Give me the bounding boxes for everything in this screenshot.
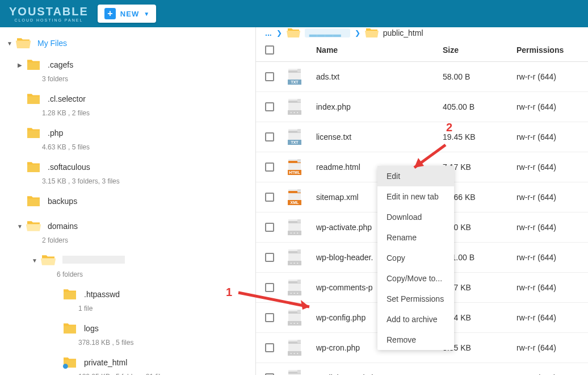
tree-item[interactable]: ▼6 folders bbox=[0, 248, 255, 282]
tree-item-label: .softaculous bbox=[48, 163, 90, 172]
tree-item[interactable]: backups bbox=[0, 189, 255, 214]
tree-item-label bbox=[62, 256, 125, 265]
tree-toggle-icon[interactable]: ▼ bbox=[17, 223, 23, 230]
breadcrumb-item-blurred[interactable]: ▬▬▬▬ bbox=[305, 28, 350, 38]
folder-icon bbox=[61, 322, 78, 335]
tree-item[interactable]: .php4.63 KB , 5 files bbox=[0, 120, 255, 155]
context-menu-item[interactable]: Download bbox=[377, 207, 454, 227]
tree-toggle-icon[interactable]: ▼ bbox=[32, 257, 37, 264]
context-menu: EditEdit in new tabDownloadRenameCopyCop… bbox=[377, 166, 454, 350]
select-all-checkbox[interactable] bbox=[265, 45, 274, 55]
annotation-arrow-2 bbox=[406, 142, 451, 173]
tree-item[interactable]: private_html180.05 KB , 5 folders, 21 fi… bbox=[0, 350, 255, 375]
tree-item-label: private_html bbox=[84, 358, 127, 367]
file-permissions: rw-r-r (644) bbox=[516, 102, 579, 111]
folder-icon bbox=[25, 219, 42, 233]
tree-item[interactable]: logs378.18 KB , 5 files bbox=[0, 316, 255, 350]
file-permissions: rw-r-r (644) bbox=[516, 132, 579, 141]
tree-item[interactable]: .cl.selector1.28 KB , 2 files bbox=[0, 86, 255, 120]
context-menu-item[interactable]: Remove bbox=[377, 330, 454, 350]
column-header-name[interactable]: Name bbox=[316, 45, 443, 55]
folder-icon bbox=[61, 356, 78, 369]
context-menu-item[interactable]: Add to archive bbox=[377, 309, 454, 330]
table-header: Name Size Permissions bbox=[256, 39, 588, 62]
file-icon: HTML bbox=[288, 159, 301, 175]
file-permissions: rw-r-r (644) bbox=[516, 223, 579, 232]
file-row[interactable]: • • •wp-links-opml.php2.44 KBrw-r-r (644… bbox=[256, 363, 588, 375]
tree-toggle-icon[interactable]: ▶ bbox=[17, 62, 23, 68]
chevron-right-icon: ❯ bbox=[355, 29, 360, 37]
folder-icon bbox=[40, 253, 57, 267]
tree-toggle-icon[interactable]: ▼ bbox=[7, 40, 12, 47]
tree-item[interactable]: .softaculous3.15 KB , 3 folders, 3 files bbox=[0, 155, 255, 189]
file-permissions: rw-r-r (644) bbox=[516, 72, 579, 81]
folder-icon bbox=[25, 126, 42, 140]
svg-point-0 bbox=[63, 364, 68, 369]
sidebar: ▼ My Files ▶.cagefs3 folders.cl.selector… bbox=[0, 27, 255, 375]
breadcrumb-root[interactable]: ... bbox=[265, 28, 272, 38]
tree-item-sub: 2 folders bbox=[17, 236, 255, 244]
row-checkbox[interactable] bbox=[265, 253, 274, 262]
row-checkbox[interactable] bbox=[265, 343, 274, 352]
file-icon: • • • bbox=[288, 99, 301, 115]
tree-item-label: backups bbox=[48, 197, 77, 206]
tree-item-label: logs bbox=[84, 324, 99, 333]
logo-text: YOUSTABLE bbox=[9, 5, 89, 18]
annotation-number-2: 2 bbox=[446, 121, 452, 134]
tree-item-sub: 1 file bbox=[53, 305, 255, 312]
chevron-down-icon: ▼ bbox=[144, 11, 149, 17]
tree-item-label: .cagefs bbox=[48, 60, 73, 69]
file-icon: • • • bbox=[288, 219, 301, 235]
tree-item-sub: 1.28 KB , 2 files bbox=[17, 109, 255, 117]
row-checkbox[interactable] bbox=[265, 193, 274, 202]
tree-item-label: .cl.selector bbox=[48, 94, 86, 103]
tree-item-sub: 3.15 KB , 3 folders, 3 files bbox=[17, 177, 255, 185]
folder-icon bbox=[61, 288, 78, 301]
tree-item-sub: 6 folders bbox=[32, 270, 255, 278]
logo: YOUSTABLE CLOUD HOSTING PANEL bbox=[9, 5, 89, 22]
breadcrumb-current[interactable]: public_html bbox=[383, 28, 423, 38]
row-checkbox[interactable] bbox=[265, 72, 274, 81]
tree-root[interactable]: ▼ My Files bbox=[0, 34, 255, 52]
row-checkbox[interactable] bbox=[265, 163, 274, 172]
file-icon: • • • bbox=[288, 340, 301, 356]
file-name: ads.txt bbox=[316, 72, 443, 81]
file-permissions: rw-r-r (644) bbox=[516, 163, 579, 172]
column-header-size[interactable]: Size bbox=[443, 45, 516, 55]
row-checkbox[interactable] bbox=[265, 313, 274, 322]
context-menu-item[interactable]: Copy bbox=[377, 248, 454, 268]
file-size: 405.00 B bbox=[443, 102, 516, 111]
row-checkbox[interactable] bbox=[265, 132, 274, 141]
file-name: index.php bbox=[316, 102, 443, 111]
row-checkbox[interactable] bbox=[265, 223, 274, 232]
file-permissions: rw-r-r (644) bbox=[516, 193, 579, 202]
tree-item-sub: 4.63 KB , 5 files bbox=[17, 143, 255, 151]
column-header-permissions[interactable]: Permissions bbox=[516, 45, 579, 55]
file-size: 58.00 B bbox=[443, 72, 516, 81]
logo-subtitle: CLOUD HOSTING PANEL bbox=[15, 18, 83, 22]
context-menu-item[interactable]: Rename bbox=[377, 227, 454, 248]
annotation-arrow-1 bbox=[236, 284, 321, 312]
folder-icon bbox=[25, 194, 42, 208]
file-permissions: rw-r-r (644) bbox=[516, 343, 579, 352]
tree-item[interactable]: .htpasswd1 file bbox=[0, 282, 255, 316]
file-row[interactable]: • • •index.php405.00 Brw-r-r (644) bbox=[256, 92, 588, 122]
plus-icon: + bbox=[104, 8, 116, 19]
context-menu-item[interactable]: Copy/Move to... bbox=[377, 268, 454, 289]
file-permissions: rw-r-r (644) bbox=[516, 283, 579, 292]
tree-item[interactable]: ▶.cagefs3 folders bbox=[0, 52, 255, 86]
tree-item-sub: 378.18 KB , 5 files bbox=[53, 339, 255, 347]
new-button[interactable]: + NEW ▼ bbox=[98, 5, 156, 23]
annotation-number-1: 1 bbox=[226, 286, 232, 299]
file-size: 19.45 KB bbox=[443, 132, 516, 141]
context-menu-item[interactable]: Edit in new tab bbox=[377, 186, 454, 207]
file-icon: TXT bbox=[288, 69, 301, 85]
tree-item[interactable]: ▼domains2 folders bbox=[0, 214, 255, 248]
file-icon: • • • bbox=[288, 370, 301, 375]
file-icon: TXT bbox=[288, 129, 301, 145]
tree-item-label: .php bbox=[48, 128, 63, 138]
row-checkbox[interactable] bbox=[265, 102, 274, 111]
tree-item-label: domains bbox=[48, 222, 78, 231]
file-row[interactable]: TXTads.txt58.00 Brw-r-r (644) bbox=[256, 62, 588, 92]
context-menu-item[interactable]: Set Permissions bbox=[377, 289, 454, 309]
